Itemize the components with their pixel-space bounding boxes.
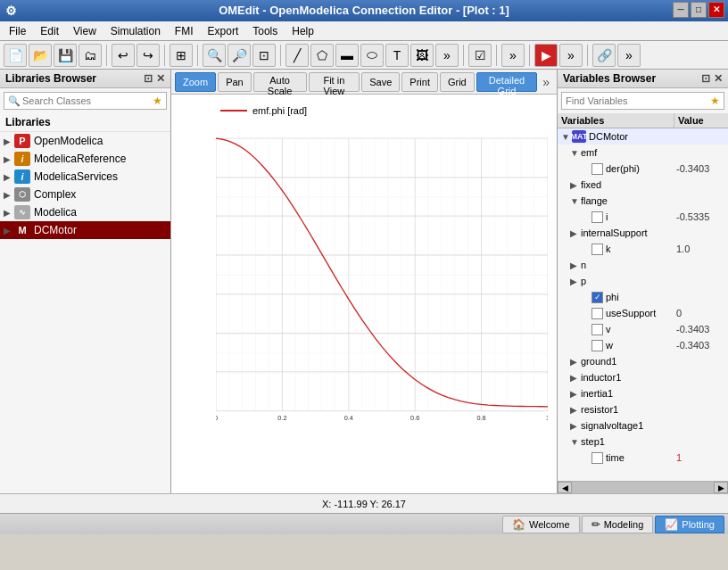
checkbox-w[interactable] [592, 340, 603, 351]
search-filter-icon[interactable]: ★ [153, 95, 162, 107]
checkbox-derphi[interactable] [592, 163, 603, 175]
arrow-icon: ▶ [570, 421, 581, 431]
var-item-usesupport[interactable]: useSupport 0 [558, 305, 728, 321]
save-button[interactable]: 💾 [54, 44, 77, 67]
library-item-modelica[interactable]: ▶ ∿ Modelica [0, 203, 170, 221]
var-item-signalvoltage1[interactable]: ▶ signalvoltage1 [558, 417, 728, 434]
fitinview-button[interactable]: Fit in View [309, 72, 360, 92]
variables-scrollbar[interactable]: ◀ ▶ [558, 481, 728, 493]
var-item-inertia1[interactable]: ▶ inertia1 [558, 385, 728, 401]
scroll-track[interactable] [572, 482, 714, 493]
tab-modeling[interactable]: ✏ Modeling [582, 516, 654, 533]
library-item-complex[interactable]: ▶ ⬡ Complex [0, 186, 170, 203]
var-name: n [581, 260, 673, 270]
more2-button[interactable]: » [501, 44, 525, 67]
checkbox-k[interactable] [592, 244, 603, 255]
close-button[interactable]: ✕ [708, 2, 724, 18]
menu-edit[interactable]: Edit [35, 23, 64, 39]
save-plot-button[interactable]: Save [361, 72, 400, 92]
connect-button[interactable]: 🔗 [592, 44, 616, 67]
minimize-button[interactable]: ─ [673, 2, 689, 18]
library-item-openmodelica[interactable]: ▶ P OpenModelica [0, 132, 170, 150]
search-classes-input[interactable] [22, 95, 151, 106]
maximize-button[interactable]: □ [691, 2, 707, 18]
more3-button[interactable]: » [559, 44, 583, 67]
grid-view-button[interactable]: ⊞ [170, 44, 193, 67]
tab-plotting[interactable]: 📈 Plotting [655, 516, 724, 533]
redo-button[interactable]: ↪ [136, 44, 160, 67]
menu-help[interactable]: Help [286, 23, 319, 39]
check-model-button[interactable]: ☑ [468, 44, 492, 67]
var-item-i[interactable]: i -0.5335 [558, 209, 728, 225]
var-item-emf[interactable]: ▼ emf [558, 145, 728, 161]
grid-button[interactable]: Grid [440, 72, 475, 92]
var-item-fixed[interactable]: ▶ fixed [558, 177, 728, 193]
tab-welcome[interactable]: 🏠 Welcome [502, 516, 580, 533]
scroll-right-button[interactable]: ▶ [714, 482, 728, 493]
menu-export[interactable]: Export [203, 23, 244, 39]
open-button[interactable]: 📂 [29, 44, 52, 67]
menu-file[interactable]: File [4, 23, 31, 39]
print-button[interactable]: Print [401, 72, 438, 92]
zoom-fit-button[interactable]: ⊡ [252, 44, 276, 67]
libraries-undock-button[interactable]: ⊡ [144, 72, 153, 85]
detailed-grid-button[interactable]: Detailed Grid [476, 72, 537, 92]
checkbox-time[interactable] [592, 452, 603, 464]
autoscale-button[interactable]: Auto Scale [253, 72, 307, 92]
arrow-icon: ▶ [570, 373, 581, 383]
library-item-dcmotor[interactable]: ▶ M DCMotor [0, 221, 170, 239]
zoom-out-button[interactable]: 🔎 [228, 44, 251, 67]
var-value: -0.3403 [673, 163, 726, 174]
more4-button[interactable]: » [617, 44, 641, 67]
new-button[interactable]: 📄 [4, 44, 27, 67]
shape-bitmap-button[interactable]: 🖼 [410, 44, 434, 67]
var-item-ground1[interactable]: ▶ ground1 [558, 353, 728, 369]
menu-simulation[interactable]: Simulation [105, 23, 166, 39]
var-item-phi[interactable]: ✓ phi [558, 289, 728, 305]
shape-line-button[interactable]: ╱ [285, 44, 309, 67]
lib-icon-modelica: ∿ [14, 205, 30, 219]
variables-filter-icon[interactable]: ★ [710, 95, 720, 107]
undo-button[interactable]: ↩ [112, 44, 135, 67]
var-name: ground1 [581, 356, 673, 367]
var-item-step1[interactable]: ▼ step1 [558, 434, 728, 450]
zoom-button[interactable]: Zoom [175, 72, 216, 92]
var-item-v[interactable]: v -0.3403 [558, 321, 728, 337]
libraries-close-button[interactable]: ✕ [156, 72, 165, 85]
menu-view[interactable]: View [68, 23, 102, 39]
plot-more-button[interactable]: » [539, 75, 553, 89]
var-item-w[interactable]: w -0.3403 [558, 337, 728, 353]
scroll-left-button[interactable]: ◀ [558, 482, 572, 493]
shape-ellipse-button[interactable]: ⬭ [360, 44, 384, 67]
var-item-resistor1[interactable]: ▶ resistor1 [558, 401, 728, 417]
checkbox-i[interactable] [592, 211, 603, 223]
checkbox-usesupport[interactable] [592, 308, 603, 319]
checkbox-v[interactable] [592, 324, 603, 335]
var-name: step1 [581, 436, 673, 447]
var-item-inductor1[interactable]: ▶ inductor1 [558, 369, 728, 385]
variables-undock-button[interactable]: ⊡ [701, 72, 710, 85]
find-variables-input[interactable] [566, 95, 708, 106]
simulate-button[interactable]: ▶ [534, 44, 558, 67]
shape-poly-button[interactable]: ⬠ [310, 44, 334, 67]
var-item-derphi[interactable]: der(phi) -0.3403 [558, 161, 728, 177]
var-item-k[interactable]: k 1.0 [558, 241, 728, 257]
var-item-p[interactable]: ▶ p [558, 273, 728, 289]
var-item-time[interactable]: time 1 [558, 450, 728, 466]
more-shapes-button[interactable]: » [435, 44, 459, 67]
saveall-button[interactable]: 🗂 [79, 44, 102, 67]
var-item-flange[interactable]: ▼ flange [558, 193, 728, 209]
var-item-internalsupport[interactable]: ▶ internalSupport [558, 225, 728, 241]
shape-text-button[interactable]: T [385, 44, 409, 67]
var-item-n[interactable]: ▶ n [558, 257, 728, 273]
zoom-in-button[interactable]: 🔍 [203, 44, 226, 67]
var-item-dcmotor[interactable]: ▼ MAT DCMotor [558, 128, 728, 145]
shape-rect-button[interactable]: ▬ [335, 44, 359, 67]
menu-tools[interactable]: Tools [247, 23, 283, 39]
menu-fmi[interactable]: FMI [170, 23, 199, 39]
pan-button[interactable]: Pan [218, 72, 252, 92]
library-item-modelicareference[interactable]: ▶ i ModelicaReference [0, 150, 170, 168]
variables-close-button[interactable]: ✕ [714, 72, 723, 85]
checkbox-phi[interactable]: ✓ [592, 292, 603, 303]
library-item-modelicaservices[interactable]: ▶ i ModelicaServices [0, 168, 170, 186]
